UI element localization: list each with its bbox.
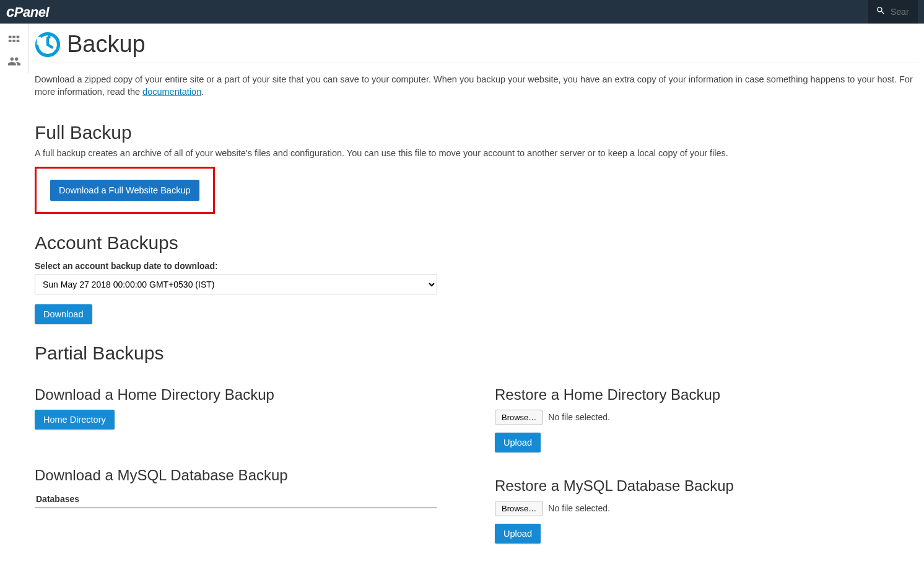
sidebar (0, 24, 28, 73)
partial-backups-heading: Partial Backups (35, 343, 918, 364)
page-header: Backup (35, 27, 918, 63)
svg-rect-5 (17, 40, 20, 42)
upload-home-button[interactable]: Upload (495, 433, 541, 452)
highlight-box: Download a Full Website Backup (35, 167, 215, 214)
svg-rect-4 (12, 40, 15, 42)
databases-table-header: Databases (35, 490, 437, 508)
documentation-link[interactable]: documentation (142, 87, 201, 97)
header-bar: cPanel (0, 0, 924, 24)
account-backup-label: Select an account backup date to downloa… (35, 261, 918, 271)
intro-part2: . (201, 87, 204, 97)
upload-mysql-button[interactable]: Upload (495, 524, 541, 544)
account-backups-heading: Account Backups (35, 232, 918, 253)
download-mysql-heading: Download a MySQL Database Backup (35, 467, 458, 484)
account-backup-select[interactable]: Sun May 27 2018 00:00:00 GMT+0530 (IST) (35, 275, 437, 294)
browse-mysql-button[interactable]: Browse… (495, 501, 543, 516)
search-input[interactable] (886, 7, 910, 17)
sidebar-users[interactable] (0, 52, 28, 73)
svg-rect-1 (12, 36, 15, 38)
restore-home-heading: Restore a Home Directory Backup (495, 386, 918, 403)
intro-text: Download a zipped copy of your entire si… (35, 63, 918, 104)
browse-home-button[interactable]: Browse… (495, 410, 543, 425)
download-home-heading: Download a Home Directory Backup (35, 386, 458, 403)
header-search[interactable] (868, 0, 918, 24)
home-directory-button[interactable]: Home Directory (35, 410, 115, 430)
main-content: Backup Download a zipped copy of your en… (35, 24, 924, 562)
users-icon (7, 55, 21, 71)
cpanel-logo[interactable]: cPanel (6, 3, 49, 20)
restore-mysql-nofile: No file selected. (548, 503, 610, 513)
grid-icon (7, 33, 21, 50)
svg-rect-3 (9, 40, 12, 42)
full-backup-desc: A full backup creates an archive of all … (35, 147, 918, 159)
search-icon (876, 6, 886, 18)
full-backup-heading: Full Backup (35, 122, 918, 143)
download-full-backup-button[interactable]: Download a Full Website Backup (50, 180, 199, 201)
download-account-backup-button[interactable]: Download (35, 304, 92, 324)
restore-mysql-heading: Restore a MySQL Database Backup (495, 477, 918, 495)
restore-home-nofile: No file selected. (548, 412, 610, 422)
svg-rect-0 (9, 36, 12, 38)
svg-rect-2 (17, 36, 20, 38)
sidebar-apps[interactable] (0, 31, 28, 52)
backup-icon (35, 32, 61, 58)
page-title: Backup (67, 31, 146, 58)
